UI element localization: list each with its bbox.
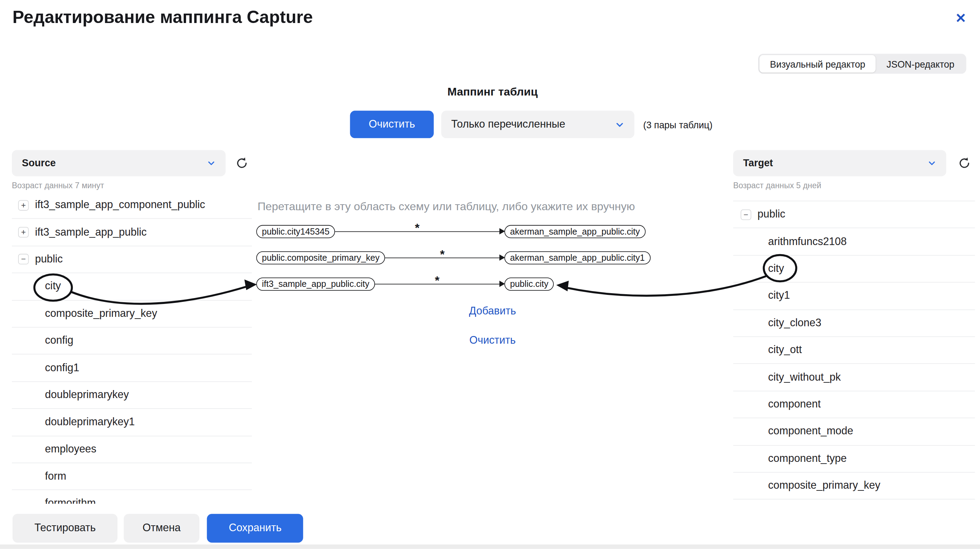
mapping-arrow-line: * bbox=[335, 231, 500, 232]
mapping-source-table[interactable]: ift3_sample_app_public.city bbox=[256, 277, 375, 290]
mapping-source-table[interactable]: public.city145345 bbox=[256, 225, 335, 238]
refresh-icon[interactable] bbox=[235, 156, 248, 170]
target-tree-item[interactable]: −public bbox=[733, 201, 975, 228]
tab-visual-editor[interactable]: Визуальный редактор bbox=[759, 55, 876, 73]
mapping-heading: Маппинг таблиц bbox=[256, 86, 729, 99]
mapping-marker: * bbox=[440, 247, 444, 261]
refresh-icon[interactable] bbox=[957, 156, 971, 170]
add-mapping-link[interactable]: Добавить bbox=[469, 305, 516, 318]
source-tree-item[interactable]: composite_primary_key bbox=[12, 301, 252, 328]
source-tree-item-label: ift3_sample_app_component_public bbox=[35, 199, 205, 212]
source-tree-item[interactable]: doubleprimarykey1 bbox=[12, 409, 252, 436]
clear-mapping-link[interactable]: Очистить bbox=[469, 334, 516, 347]
source-tree-item-label: ift3_sample_app_public bbox=[35, 226, 146, 239]
test-button[interactable]: Тестировать bbox=[13, 514, 118, 543]
chevron-down-icon bbox=[615, 119, 625, 129]
target-tree-item-label: component_type bbox=[768, 452, 846, 465]
mapping-source-table[interactable]: public.composite_primary_key bbox=[256, 251, 385, 264]
target-tree-item[interactable]: city_clone3 bbox=[733, 310, 975, 337]
source-endpoint-select[interactable]: Source bbox=[12, 150, 226, 176]
target-tree-item-label: component_mode bbox=[768, 425, 853, 438]
source-tree-item[interactable]: +ift3_sample_app_component_public bbox=[12, 192, 252, 219]
target-tree-item-label: composite_primary_key bbox=[768, 480, 880, 492]
collapse-minus-icon[interactable]: − bbox=[18, 254, 29, 264]
close-icon[interactable]: ✕ bbox=[953, 9, 969, 27]
source-tree-item-label: config1 bbox=[45, 362, 79, 374]
source-tree-item[interactable]: config bbox=[12, 328, 252, 355]
source-tree-item-label: doubleprimarykey1 bbox=[45, 416, 135, 428]
collapse-minus-icon[interactable]: − bbox=[741, 209, 751, 220]
source-tree-item[interactable]: config1 bbox=[12, 355, 252, 382]
target-tree-item-label: component bbox=[768, 398, 821, 411]
mapping-filter-select[interactable]: Только перечисленные bbox=[441, 110, 634, 138]
annotation-arrowhead-target bbox=[556, 281, 569, 291]
source-tree-item[interactable]: +ift3_sample_app_public bbox=[12, 219, 252, 246]
source-tree-item-label: doubleprimarykey bbox=[45, 389, 129, 401]
source-tree-item[interactable]: form bbox=[12, 463, 252, 490]
target-tree-item[interactable]: component_mode bbox=[733, 418, 975, 446]
mapping-target-table[interactable]: public.city bbox=[504, 277, 554, 290]
editor-mode-tabs: Визуальный редакторJSON-редактор bbox=[758, 54, 966, 73]
expand-plus-icon[interactable]: + bbox=[18, 200, 29, 210]
expand-plus-icon[interactable]: + bbox=[18, 227, 29, 237]
mapping-target-table[interactable]: akerman_sample_app_public.city1 bbox=[504, 251, 650, 264]
source-tree-item-label: city bbox=[45, 280, 61, 293]
mapping-arrow-line: * bbox=[375, 283, 500, 284]
save-button[interactable]: Сохранить bbox=[207, 514, 304, 543]
target-tree-item-label: city bbox=[768, 263, 784, 275]
cancel-button[interactable]: Отмена bbox=[124, 514, 199, 543]
target-data-age: Возраст данных 5 дней bbox=[733, 181, 821, 190]
target-endpoint-select[interactable]: Target bbox=[733, 150, 947, 176]
source-tree: +ift3_sample_app_component_public+ift3_s… bbox=[12, 192, 252, 504]
mapping-controls: Очистить Только перечисленные (3 пары та… bbox=[350, 110, 712, 138]
target-tree-item-label: public bbox=[758, 208, 786, 221]
source-tree-item-label: form bbox=[45, 470, 66, 483]
pairs-count: (3 пары таблиц) bbox=[643, 119, 712, 130]
source-data-age: Возраст данных 7 минут bbox=[12, 181, 104, 190]
target-tree-item[interactable]: city_ott bbox=[733, 337, 975, 364]
source-tree-item-label: composite_primary_key bbox=[45, 307, 157, 320]
source-tree-item-label: public bbox=[35, 253, 63, 266]
source-endpoint-value: Source bbox=[22, 158, 56, 169]
target-tree-item[interactable]: component_type bbox=[733, 446, 975, 473]
mapping-links: Добавить Очистить bbox=[256, 305, 729, 347]
target-tree-item-label: city_without_pk bbox=[768, 371, 841, 384]
mapping-dropzone-hint: Перетащите в эту область схему или табли… bbox=[258, 200, 720, 213]
source-tree-item-label: formorithm bbox=[45, 497, 96, 504]
edit-mapping-modal: Редактирование маппинга Capture ✕ Визуал… bbox=[0, 0, 980, 549]
chevron-down-icon bbox=[207, 159, 216, 168]
target-tree-item[interactable]: city bbox=[733, 256, 975, 283]
target-tree-item-label: city_ott bbox=[768, 344, 802, 356]
target-tree-item[interactable]: composite_primary_key bbox=[733, 473, 975, 500]
target-tree-item-label: arithmfuncs2108 bbox=[768, 235, 846, 248]
source-tree-item-label: config bbox=[45, 335, 73, 347]
target-tree-item[interactable]: arithmfuncs2108 bbox=[733, 228, 975, 256]
mapping-marker: * bbox=[435, 274, 439, 287]
target-tree-item-label: city1 bbox=[768, 290, 790, 302]
source-tree-item-label: employees bbox=[45, 443, 96, 455]
modal-bottom-edge bbox=[0, 544, 980, 549]
target-tree: −publicarithmfuncs2108citycity1city_clon… bbox=[733, 201, 975, 500]
modal-footer: Тестировать Отмена Сохранить bbox=[0, 504, 980, 549]
source-tree-item[interactable]: doubleprimarykey bbox=[12, 382, 252, 409]
target-tree-item[interactable]: city_without_pk bbox=[733, 364, 975, 391]
mapping-filter-value: Только перечисленные bbox=[451, 118, 565, 131]
chevron-down-icon bbox=[928, 159, 936, 168]
target-tree-item[interactable]: city1 bbox=[733, 283, 975, 310]
page-title: Редактирование маппинга Capture bbox=[13, 8, 313, 27]
source-tree-item[interactable]: −public bbox=[12, 246, 252, 273]
tab-json-editor[interactable]: JSON-редактор bbox=[876, 55, 965, 73]
mapping-target-table[interactable]: akerman_sample_app_public.city bbox=[504, 225, 646, 238]
mapping-arrow-line: * bbox=[385, 257, 500, 258]
source-tree-item[interactable]: employees bbox=[12, 436, 252, 463]
target-tree-item-label: city_clone3 bbox=[768, 317, 821, 329]
clear-mapping-button[interactable]: Очистить bbox=[350, 110, 434, 138]
mapping-marker: * bbox=[415, 221, 420, 235]
mapping-row: public.composite_primary_key*akerman_sam… bbox=[256, 251, 650, 264]
target-tree-item[interactable]: component bbox=[733, 391, 975, 418]
target-endpoint-value: Target bbox=[743, 158, 773, 169]
mapping-row: ift3_sample_app_public.city*public.city bbox=[256, 277, 554, 290]
source-tree-item[interactable]: city bbox=[12, 273, 252, 301]
source-tree-item[interactable]: formorithm bbox=[12, 490, 252, 504]
mapping-row: public.city145345*akerman_sample_app_pub… bbox=[256, 224, 646, 238]
